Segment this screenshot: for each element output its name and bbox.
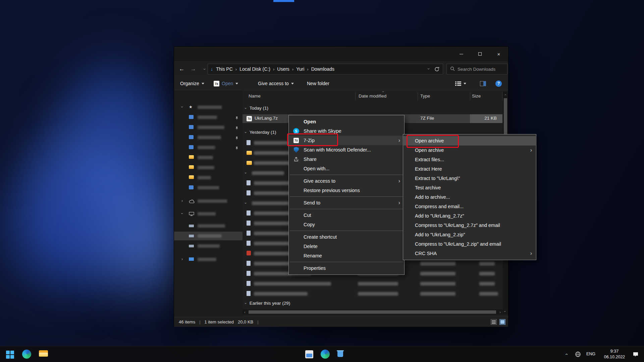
breadcrumb-downloads[interactable]: Downloads [311, 66, 334, 72]
menu-item-label: Open [304, 119, 316, 124]
redacted-text [252, 201, 289, 205]
column-header-date-modified[interactable]: Date modified [359, 94, 386, 99]
menu-item-send-to[interactable]: Send to› [289, 198, 404, 207]
sidebar-item[interactable] [174, 143, 243, 152]
submenu-item-open-archive[interactable]: Open archive [404, 136, 536, 145]
sidebar-item[interactable] [174, 123, 243, 132]
sidebar-item[interactable] [174, 222, 243, 230]
address-dropdown-icon[interactable]: › [426, 68, 431, 69]
language-indicator[interactable]: ENG [586, 352, 595, 356]
maximize-button[interactable] [471, 47, 489, 61]
submenu-item-compress-to-zip-and-email[interactable]: Compress to "UkrLang_2.zip" and email [404, 239, 536, 249]
horizontal-scrollbar[interactable]: ‹ › [243, 309, 502, 315]
column-header-name[interactable]: Name [249, 94, 261, 99]
refresh-icon[interactable] [434, 67, 439, 73]
sidebar-item[interactable] [174, 242, 243, 250]
submenu-item-compress-to-7z-and-email[interactable]: Compress to "UkrLang_2.7z" and email [404, 221, 536, 230]
submenu-item-add-to-zip[interactable]: Add to "UkrLang_2.zip" [404, 230, 536, 239]
menu-item-scan-with-defender[interactable]: Scan with Microsoft Defender... [289, 145, 404, 155]
folder-icon [247, 161, 252, 165]
submenu-item-test-archive[interactable]: Test archive [404, 183, 536, 192]
menu-item-share[interactable]: Share [289, 155, 404, 164]
sidebar-item[interactable] [174, 153, 243, 162]
hidden-icons-chevron[interactable]: › [564, 354, 569, 355]
submenu-item-open-archive-as[interactable]: Open archive› [404, 145, 536, 155]
menu-item-7zip[interactable]: 7z7-Zip› [289, 136, 404, 145]
breadcrumb-users[interactable]: Users [277, 66, 289, 72]
group-header-yesterday[interactable]: ›Yesterday (1) [245, 130, 276, 135]
file-row-redacted[interactable] [243, 279, 502, 288]
sidebar-item[interactable] [174, 183, 243, 192]
taskbar-edge-button[interactable] [22, 350, 31, 359]
breadcrumb-this-pc[interactable]: This PC [216, 66, 233, 72]
file-icon [247, 251, 251, 255]
taskbar-recycle-bin-button[interactable] [337, 350, 343, 357]
submenu-item-compress-and-email[interactable]: Compress and email... [404, 202, 536, 211]
breadcrumb-yuri[interactable]: Yuri [296, 66, 304, 72]
address-bar[interactable]: ↓ This PC › Local Disk (C:) › Users › Yu… [208, 64, 443, 74]
sidebar-item-quick-access[interactable]: ›★ [174, 103, 243, 112]
menu-item-restore-previous-versions[interactable]: Restore previous versions [289, 186, 404, 195]
preview-pane-button[interactable] [480, 77, 486, 90]
taskbar-file-explorer-button[interactable] [39, 350, 48, 359]
give-access-button[interactable]: Give access to [258, 77, 294, 90]
new-folder-button[interactable]: New folder [307, 77, 329, 90]
chevron-down-icon: › [244, 172, 248, 174]
column-header-size[interactable]: Size [472, 94, 481, 99]
menu-item-delete[interactable]: Delete [289, 242, 404, 251]
menu-item-give-access-to[interactable]: Give access to› [289, 176, 404, 186]
submenu-item-extract-here[interactable]: Extract Here [404, 164, 536, 174]
open-button[interactable]: 7z Open [214, 77, 238, 90]
scroll-left-icon[interactable]: ‹ [244, 310, 246, 314]
submenu-item-add-to-archive[interactable]: Add to archive... [404, 192, 536, 202]
group-header-today[interactable]: ›Today (1) [245, 106, 268, 111]
menu-item-cut[interactable]: Cut [289, 210, 404, 220]
breadcrumb-local-disk[interactable]: Local Disk (C:) [239, 66, 270, 72]
view-toggle-button[interactable] [455, 77, 466, 90]
sidebar-item-onedrive[interactable]: › [174, 197, 243, 205]
clock[interactable]: 9:37 06.10.2022 [600, 349, 629, 360]
details-view-toggle[interactable] [491, 319, 497, 325]
notification-center-icon[interactable] [633, 352, 639, 358]
column-header-type[interactable]: Type [420, 94, 430, 99]
minimize-icon [460, 54, 463, 54]
help-button[interactable]: ? [495, 77, 502, 90]
menu-item-open-with[interactable]: Open with... [289, 164, 404, 173]
sidebar-item[interactable] [174, 133, 243, 142]
minimize-button[interactable] [452, 47, 471, 61]
back-button[interactable]: ← [177, 64, 187, 74]
sidebar-item-selected[interactable] [174, 232, 243, 240]
scroll-right-icon[interactable]: › [499, 310, 501, 314]
sidebar-item[interactable] [174, 163, 243, 172]
menu-item-copy[interactable]: Copy [289, 220, 404, 229]
taskbar-window-app-button[interactable] [305, 350, 313, 358]
scroll-up-icon[interactable]: › [503, 94, 507, 96]
sidebar-item-network[interactable]: › [174, 255, 243, 264]
search-input[interactable]: Search Downloads [446, 64, 507, 74]
network-icon[interactable] [575, 351, 581, 359]
menu-item-open[interactable]: Open [289, 117, 404, 126]
horizontal-scroll-thumb[interactable] [249, 310, 496, 314]
submenu-item-extract-to-folder[interactable]: Extract to "UkrLang\" [404, 174, 536, 183]
menu-item-properties[interactable]: Properties [289, 263, 404, 273]
organize-button[interactable]: Organize [180, 77, 204, 90]
submenu-item-extract-files[interactable]: Extract files... [404, 155, 536, 164]
close-button[interactable]: × [489, 47, 508, 61]
dropdown-caret-icon [464, 83, 466, 84]
column-separator [418, 92, 418, 100]
group-header-earlier-this-year[interactable]: ›Earlier this year (29) [245, 301, 290, 306]
sidebar-item[interactable] [174, 173, 243, 182]
start-button[interactable] [6, 351, 14, 359]
menu-item-create-shortcut[interactable]: Create shortcut [289, 232, 404, 242]
forward-button[interactable]: → [188, 64, 198, 74]
submenu-item-add-to-7z[interactable]: Add to "UkrLang_2.7z" [404, 211, 536, 221]
thumbnail-view-toggle[interactable] [499, 319, 505, 325]
submenu-item-crc-sha[interactable]: CRC SHA› [404, 249, 536, 258]
sidebar-item-this-pc[interactable]: › [174, 209, 243, 218]
file-row-redacted[interactable] [243, 289, 502, 298]
taskbar-edge-center-button[interactable] [321, 350, 330, 359]
menu-item-rename[interactable]: Rename [289, 251, 404, 260]
sidebar-item[interactable] [174, 113, 243, 122]
menu-item-share-with-skype[interactable]: SShare with Skype [289, 126, 404, 136]
scroll-down-icon[interactable]: › [503, 311, 507, 312]
